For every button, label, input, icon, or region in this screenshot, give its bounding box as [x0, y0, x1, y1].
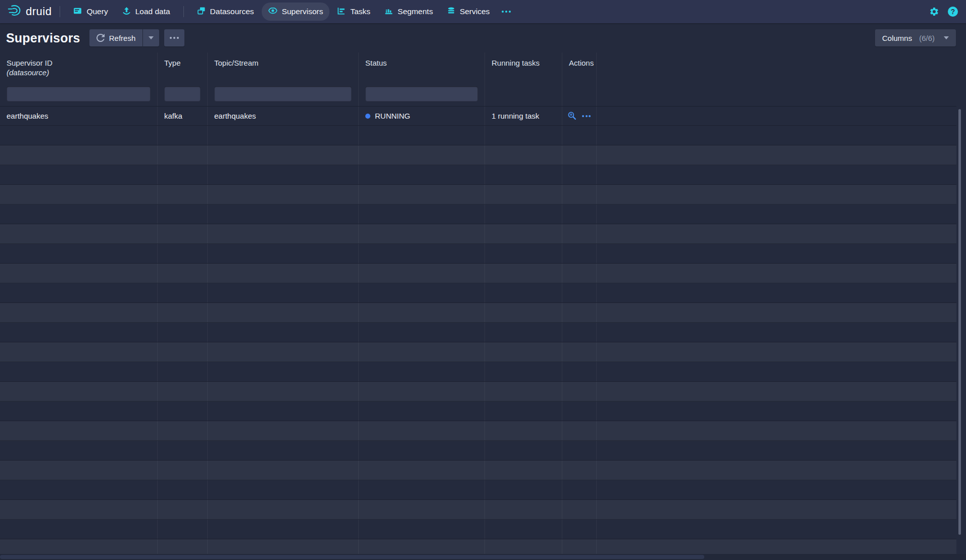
empty-cell — [359, 421, 485, 440]
empty-cell — [562, 362, 597, 381]
nav-item-load-data[interactable]: Load data — [116, 3, 177, 21]
empty-row — [0, 500, 956, 520]
empty-cell — [158, 401, 208, 421]
column-header-type[interactable]: Type — [158, 53, 208, 82]
empty-cell — [158, 461, 208, 480]
empty-cell — [485, 401, 562, 421]
empty-cell — [485, 342, 562, 362]
application-icon — [73, 7, 82, 17]
empty-cell — [562, 461, 597, 480]
empty-cell — [0, 303, 158, 322]
empty-cell — [597, 461, 956, 480]
empty-cell — [485, 126, 562, 145]
empty-cell — [0, 205, 158, 224]
empty-cell — [158, 126, 208, 145]
empty-row — [0, 362, 956, 382]
empty-cell — [597, 224, 956, 243]
type-filter-input[interactable] — [164, 86, 201, 101]
supervisor-id-cell[interactable]: earthquakes — [0, 107, 158, 125]
horizontal-scrollbar-thumb[interactable] — [0, 555, 704, 559]
supervisor-row-earthquakes[interactable]: earthquakes kafka earthquakes RUNNING 1 … — [0, 106, 956, 126]
topic-stream-filter-input[interactable] — [214, 86, 352, 101]
empty-cell — [359, 401, 485, 421]
empty-cell — [208, 283, 359, 302]
empty-row — [0, 323, 956, 342]
topic-stream-cell[interactable]: earthquakes — [208, 107, 359, 125]
status-filter-input[interactable] — [365, 86, 478, 101]
view-details-magnifier-icon[interactable] — [567, 111, 577, 121]
empty-row — [0, 441, 956, 461]
empty-cell — [597, 382, 956, 401]
empty-cell — [0, 323, 158, 342]
empty-cell — [158, 303, 208, 322]
empty-cell — [359, 520, 485, 539]
empty-cell — [208, 185, 359, 204]
nav-item-tasks[interactable]: Tasks — [330, 3, 377, 21]
empty-cell — [0, 421, 158, 440]
horizontal-scrollbar-track[interactable] — [0, 554, 966, 560]
more-ellipsis-icon — [502, 11, 511, 13]
empty-cell — [485, 362, 562, 381]
empty-cell — [158, 480, 208, 499]
empty-cell — [359, 205, 485, 224]
empty-cell — [208, 421, 359, 440]
empty-row — [0, 283, 956, 303]
supervisor-id-filter-input[interactable] — [7, 86, 151, 101]
status-cell[interactable]: RUNNING — [359, 107, 485, 125]
settings-gear-icon[interactable] — [929, 7, 939, 17]
empty-cell — [562, 126, 597, 145]
refresh-interval-dropdown-button[interactable] — [143, 29, 159, 46]
nav-item-label: Datasources — [210, 7, 254, 16]
empty-row — [0, 461, 956, 480]
refresh-button[interactable]: Refresh — [89, 29, 143, 46]
row-more-actions-icon[interactable] — [582, 115, 591, 117]
nav-item-supervisors[interactable]: Supervisors — [262, 3, 330, 21]
status-running-dot — [365, 114, 370, 119]
nav-item-datasources[interactable]: Datasources — [190, 3, 261, 21]
empty-cell — [562, 205, 597, 224]
type-cell[interactable]: kafka — [158, 107, 208, 125]
empty-cell — [562, 283, 597, 302]
top-navigation-bar: druid Query Load data Da — [0, 0, 966, 23]
nav-item-label: Segments — [398, 7, 433, 16]
column-header-status[interactable]: Status — [359, 53, 485, 82]
vertical-scrollbar-thumb[interactable] — [958, 109, 961, 535]
status-label: RUNNING — [375, 112, 410, 120]
empty-cell — [0, 382, 158, 401]
more-actions-button[interactable] — [164, 29, 184, 46]
empty-cell — [158, 382, 208, 401]
empty-cell — [597, 421, 956, 440]
refresh-button-label: Refresh — [109, 34, 136, 42]
empty-cell — [158, 264, 208, 283]
running-tasks-cell[interactable]: 1 running task — [485, 107, 562, 125]
empty-cell — [208, 500, 359, 519]
columns-button[interactable]: Columns (6/6) — [875, 29, 956, 46]
column-header-running-tasks[interactable]: Running tasks — [485, 53, 562, 82]
help-icon[interactable]: ? — [948, 7, 958, 17]
column-header-actions[interactable]: Actions — [562, 53, 597, 82]
nav-item-query[interactable]: Query — [67, 3, 114, 21]
chevron-down-icon — [149, 36, 154, 39]
nav-item-label: Services — [460, 7, 490, 16]
empty-cell — [0, 441, 158, 460]
druid-logo-icon — [7, 4, 22, 19]
nav-item-segments[interactable]: Segments — [378, 3, 440, 21]
column-header-label: Running tasks — [492, 59, 540, 67]
empty-cell — [359, 185, 485, 204]
empty-cell — [158, 205, 208, 224]
column-header-sublabel: (datasource) — [7, 68, 151, 77]
nav-more-button[interactable] — [497, 7, 516, 16]
column-header-supervisor-id[interactable]: Supervisor ID (datasource) — [0, 53, 158, 82]
empty-cell — [158, 421, 208, 440]
empty-cell — [485, 165, 562, 184]
table-filter-row — [0, 82, 966, 106]
empty-row — [0, 205, 956, 224]
column-header-topic-stream[interactable]: Topic/Stream — [208, 53, 359, 82]
druid-logo[interactable]: druid — [7, 4, 52, 19]
empty-cell — [359, 283, 485, 302]
empty-cell — [0, 283, 158, 302]
empty-cell — [0, 185, 158, 204]
empty-cell — [208, 303, 359, 322]
empty-cell — [208, 126, 359, 145]
nav-item-services[interactable]: Services — [441, 3, 496, 21]
